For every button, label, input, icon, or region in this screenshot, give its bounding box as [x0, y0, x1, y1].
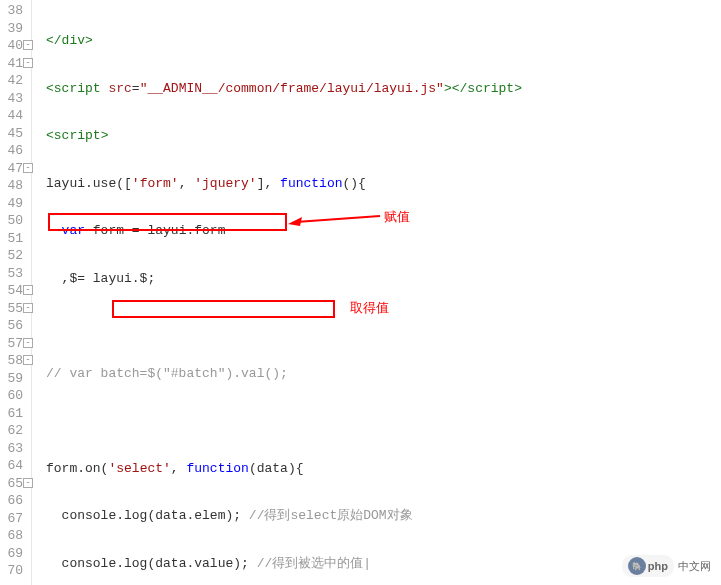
watermark-text: 中文网: [678, 559, 711, 574]
line-number: 69: [4, 545, 23, 563]
line-number: 50: [4, 212, 23, 230]
code-line: // var batch=$("#batch").val();: [46, 365, 721, 383]
watermark: 🐘 php 中文网: [622, 555, 711, 577]
elephant-icon: 🐘: [628, 557, 646, 575]
svg-marker-1: [288, 217, 302, 226]
line-number: 43: [4, 90, 23, 108]
line-number: 60: [4, 387, 23, 405]
annotation-assign: 赋值: [384, 208, 410, 226]
line-number: 61: [4, 405, 23, 423]
line-number: 68: [4, 527, 23, 545]
line-number: 63: [4, 440, 23, 458]
code-line: console.log(data.elem); //得到select原始DOM对…: [46, 507, 721, 525]
line-number: 54-: [4, 282, 23, 300]
arrow-icon: [288, 204, 384, 228]
line-number: 51: [4, 230, 23, 248]
code-line: form.on('select', function(data){: [46, 460, 721, 478]
line-number: 45: [4, 125, 23, 143]
line-number: 52: [4, 247, 23, 265]
code-line: <script>: [46, 127, 721, 145]
line-number: 38: [4, 2, 23, 20]
line-number: 58-: [4, 352, 23, 370]
line-gutter: 38 39 40- 41- 42 43 44 45 46 47- 48 49 5…: [0, 0, 32, 585]
line-number: 49: [4, 195, 23, 213]
line-number: 67: [4, 510, 23, 528]
watermark-logo: 🐘 php: [622, 555, 674, 577]
line-number: 46: [4, 142, 23, 160]
annotation-getvalue: 取得值: [350, 299, 389, 317]
line-number: 57-: [4, 335, 23, 353]
line-number: 47-: [4, 160, 23, 178]
line-number: 59: [4, 370, 23, 388]
code-line: <script src="__ADMIN__/common/frame/layu…: [46, 80, 721, 98]
code-line: </div>: [46, 32, 721, 50]
svg-line-0: [296, 216, 380, 222]
line-number: 62: [4, 422, 23, 440]
line-number: 56: [4, 317, 23, 335]
code-area[interactable]: </div> <script src="__ADMIN__/common/fra…: [32, 0, 721, 585]
line-number: 53: [4, 265, 23, 283]
code-line: console.log(data.value); //得到被选中的值|: [46, 555, 721, 573]
code-editor: 38 39 40- 41- 42 43 44 45 46 47- 48 49 5…: [0, 0, 721, 585]
line-number: 55-: [4, 300, 23, 318]
line-number: 48: [4, 177, 23, 195]
line-number: 64: [4, 457, 23, 475]
line-number: 44: [4, 107, 23, 125]
line-number: 65-: [4, 475, 23, 493]
code-line: ,$= layui.$;: [46, 270, 721, 288]
line-number: 66: [4, 492, 23, 510]
code-line: [46, 317, 721, 335]
line-number: 70: [4, 562, 23, 580]
line-number: 41-: [4, 55, 23, 73]
code-line: layui.use(['form', 'jquery'], function()…: [46, 175, 721, 193]
line-number: 39: [4, 20, 23, 38]
line-number: 42: [4, 72, 23, 90]
line-number: 40-: [4, 37, 23, 55]
code-line: [46, 412, 721, 430]
